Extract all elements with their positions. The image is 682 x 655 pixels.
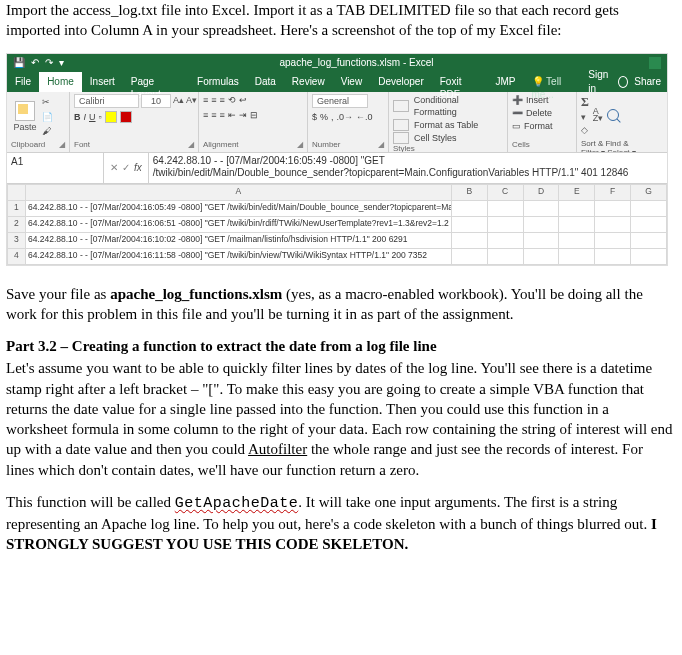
cell-styles-button[interactable]: Cell Styles [414, 132, 457, 144]
worksheet-grid[interactable]: A B C D E F G 164.242.88.10 - - [07/Mar/… [7, 184, 667, 265]
format-cells-button[interactable]: Format [524, 120, 553, 132]
cut-icon[interactable]: ✂ [42, 96, 53, 108]
cell[interactable] [487, 248, 523, 264]
format-as-table-button[interactable]: Format as Table [414, 119, 478, 131]
decrease-decimal-icon[interactable]: ←.0 [356, 111, 373, 123]
cell[interactable] [559, 216, 595, 232]
align-bottom-icon[interactable]: ≡ [220, 94, 225, 106]
cell[interactable] [523, 216, 559, 232]
cell[interactable] [487, 200, 523, 216]
dialog-launcher-icon[interactable]: ◢ [59, 140, 65, 151]
percent-format-icon[interactable]: % [320, 111, 328, 123]
autosum-icon[interactable]: Σ [581, 94, 589, 110]
cell[interactable] [451, 200, 487, 216]
col-header-b[interactable]: B [451, 184, 487, 200]
paste-button[interactable]: Paste [11, 101, 39, 133]
font-color-button[interactable] [120, 111, 132, 123]
cell[interactable] [595, 200, 631, 216]
cell[interactable] [523, 232, 559, 248]
table-row[interactable]: 264.242.88.10 - - [07/Mar/2004:16:06:51 … [8, 216, 667, 232]
tab-home[interactable]: Home [39, 72, 82, 92]
row-header[interactable]: 3 [8, 232, 26, 248]
fill-icon[interactable]: ▾ [581, 111, 589, 123]
clear-icon[interactable]: ◇ [581, 124, 589, 136]
wrap-text-icon[interactable]: ↩ [239, 94, 247, 106]
orientation-icon[interactable]: ⟲ [228, 94, 236, 106]
cell[interactable] [595, 216, 631, 232]
row-header[interactable]: 2 [8, 216, 26, 232]
table-row[interactable]: 164.242.88.10 - - [07/Mar/2004:16:05:49 … [8, 200, 667, 216]
tab-insert[interactable]: Insert [82, 72, 123, 92]
col-header-g[interactable]: G [631, 184, 667, 200]
border-button[interactable]: ▫ [99, 111, 102, 123]
cell[interactable] [451, 232, 487, 248]
col-header-c[interactable]: C [487, 184, 523, 200]
cell[interactable] [451, 216, 487, 232]
name-box[interactable]: A1 [7, 153, 104, 183]
table-row[interactable]: 364.242.88.10 - - [07/Mar/2004:16:10:02 … [8, 232, 667, 248]
merge-center-icon[interactable]: ⊟ [250, 109, 258, 121]
comma-format-icon[interactable]: , [331, 111, 334, 123]
redo-icon[interactable]: ↷ [45, 56, 53, 70]
col-header-f[interactable]: F [595, 184, 631, 200]
cell[interactable] [631, 248, 667, 264]
sort-filter-icon[interactable]: AZ▾ [593, 108, 604, 122]
formula-bar-content[interactable]: 64.242.88.10 - - [07/Mar/2004:16:05:49 -… [149, 153, 667, 183]
cell[interactable]: 64.242.88.10 - - [07/Mar/2004:16:06:51 -… [25, 216, 451, 232]
grow-font-icon[interactable]: A▴ [173, 94, 184, 108]
cell[interactable] [523, 200, 559, 216]
cell[interactable]: 64.242.88.10 - - [07/Mar/2004:16:11:58 -… [25, 248, 451, 264]
tab-file[interactable]: File [7, 72, 39, 92]
align-right-icon[interactable]: ≡ [220, 109, 225, 121]
cell[interactable] [559, 232, 595, 248]
enter-icon[interactable]: ✓ [122, 161, 130, 175]
fill-color-button[interactable] [105, 111, 117, 123]
tab-review[interactable]: Review [284, 72, 333, 92]
cell[interactable] [631, 216, 667, 232]
dialog-launcher-icon[interactable]: ◢ [378, 140, 384, 151]
dialog-launcher-icon[interactable]: ◢ [297, 140, 303, 151]
dialog-launcher-icon[interactable]: ◢ [188, 140, 194, 151]
conditional-formatting-button[interactable]: Conditional Formatting [414, 94, 503, 118]
col-header-d[interactable]: D [523, 184, 559, 200]
tab-view[interactable]: View [333, 72, 371, 92]
column-headers[interactable]: A B C D E F G [8, 184, 667, 200]
cell[interactable]: 64.242.88.10 - - [07/Mar/2004:16:05:49 -… [25, 200, 451, 216]
tab-page-layout[interactable]: Page Layout [123, 72, 189, 92]
align-left-icon[interactable]: ≡ [203, 109, 208, 121]
bold-button[interactable]: B [74, 111, 81, 123]
cell[interactable] [523, 248, 559, 264]
format-painter-icon[interactable]: 🖌 [42, 125, 53, 137]
indent-dec-icon[interactable]: ⇤ [228, 109, 236, 121]
col-header-a[interactable]: A [25, 184, 451, 200]
tab-formulas[interactable]: Formulas [189, 72, 247, 92]
cell[interactable] [559, 248, 595, 264]
align-middle-icon[interactable]: ≡ [211, 94, 216, 106]
row-header[interactable]: 1 [8, 200, 26, 216]
increase-decimal-icon[interactable]: .0→ [337, 111, 354, 123]
font-name-select[interactable]: Calibri [74, 94, 139, 108]
accounting-format-icon[interactable]: $ [312, 111, 317, 123]
cell[interactable] [487, 216, 523, 232]
cell[interactable] [451, 248, 487, 264]
table-row[interactable]: 464.242.88.10 - - [07/Mar/2004:16:11:58 … [8, 248, 667, 264]
cell[interactable] [559, 200, 595, 216]
copy-icon[interactable]: 📄 [42, 111, 53, 123]
underline-button[interactable]: U [89, 111, 96, 123]
share-button[interactable]: Share [634, 75, 661, 89]
tell-me-box[interactable]: 💡 Tell me... [524, 72, 589, 92]
save-icon[interactable]: 💾 [13, 56, 25, 70]
cell[interactable] [631, 232, 667, 248]
find-select-icon[interactable] [607, 109, 619, 121]
delete-cells-button[interactable]: Delete [526, 107, 552, 119]
tab-data[interactable]: Data [247, 72, 284, 92]
shrink-font-icon[interactable]: A▾ [186, 94, 197, 108]
italic-button[interactable]: I [84, 111, 87, 123]
ribbon-options-icon[interactable] [649, 57, 661, 69]
tab-jmp[interactable]: JMP [488, 72, 524, 92]
align-center-icon[interactable]: ≡ [211, 109, 216, 121]
tab-developer[interactable]: Developer [370, 72, 432, 92]
font-size-select[interactable]: 10 [141, 94, 171, 108]
cell[interactable] [487, 232, 523, 248]
col-header-e[interactable]: E [559, 184, 595, 200]
